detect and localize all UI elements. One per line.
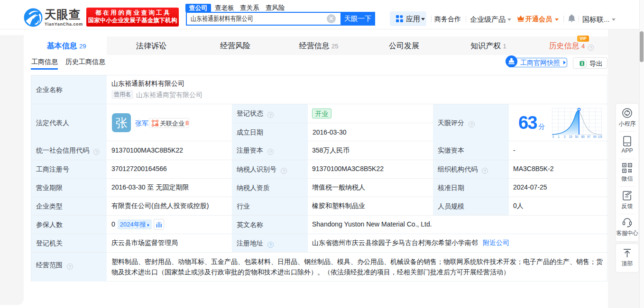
svg-text:85: 85 (581, 135, 585, 138)
svg-text:100: 100 (598, 135, 602, 138)
svg-text:企: 企 (156, 124, 158, 127)
svg-text:50: 50 (575, 135, 579, 138)
svg-text:99: 99 (593, 135, 597, 138)
svg-text:0: 0 (552, 135, 554, 138)
svg-text:15: 15 (569, 135, 572, 138)
svg-text:97: 97 (587, 135, 591, 138)
svg-text:3: 3 (564, 135, 566, 138)
svg-text:1: 1 (558, 135, 560, 138)
